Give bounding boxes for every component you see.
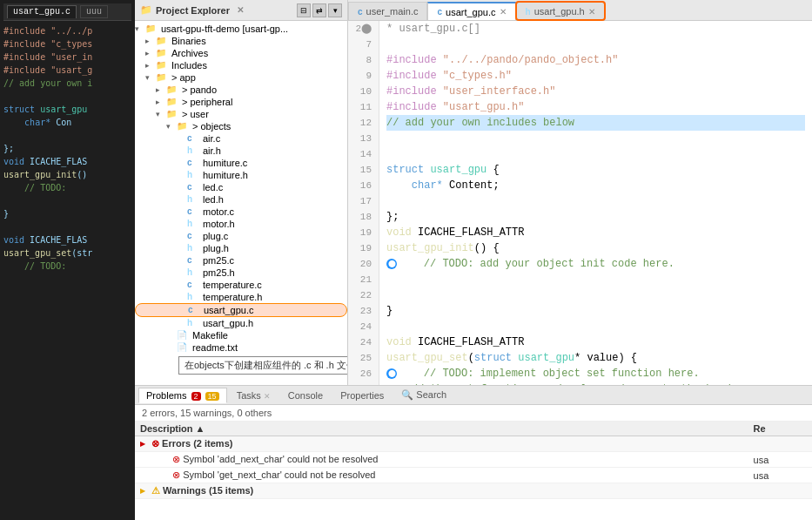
tree-label-air-c: air.c — [203, 133, 220, 144]
warnings-group-row[interactable]: ▸ ⚠ Warnings (15 items) — [135, 483, 812, 499]
folder-icon-objects: 📁 — [177, 121, 191, 132]
tree-label-binaries: Binaries — [171, 36, 206, 46]
error-row-1[interactable]: ⊗ Symbol 'get_next_char' could not be re… — [135, 468, 812, 483]
tree-label-temperature-c: temperature.c — [203, 280, 262, 290]
tree-item-readme[interactable]: 📄readme.txt — [135, 341, 347, 354]
code-line-3: #include "c_types.h" — [386, 68, 805, 84]
editor-tab-bar: c user_main.c c usart_gpu.c ✕ h usart_gp… — [348, 0, 812, 21]
tree-label-motor-h: motor.h — [203, 219, 235, 229]
tree-item-user[interactable]: ▾📁> user — [135, 108, 347, 120]
code-line-9: struct usart_gpu { — [386, 162, 805, 178]
tree-item-motor-c[interactable]: cmotor.c — [135, 206, 347, 218]
code-line-6: // add your own includes below — [386, 115, 805, 131]
collapse-button[interactable]: ⊟ — [297, 3, 311, 17]
tab-usart-gpu-c[interactable]: c usart_gpu.c ✕ — [427, 2, 515, 20]
tree-item-pm25-h[interactable]: hpm25.h — [135, 267, 347, 279]
tree-item-pando[interactable]: ▸📁> pando — [135, 84, 347, 96]
tree-item-air-c[interactable]: cair.c — [135, 132, 347, 145]
tree-item-root[interactable]: ▾📁usart-gpu-tft-demo [usart-gp... — [135, 23, 347, 35]
code-line-10: char* Content; — [386, 178, 805, 193]
pe-close-icon[interactable]: ✕ — [237, 5, 244, 15]
editor-content[interactable]: 2⬤78910111213141516171819192021222324242… — [348, 21, 812, 385]
tree-item-usart-gpu-c[interactable]: cusart_gpu.c — [135, 303, 347, 317]
tree-arrow-archives[interactable]: ▸ — [145, 49, 156, 57]
tab-problems[interactable]: Problems 2 15 — [138, 388, 227, 403]
tree-item-motor-h[interactable]: hmotor.h — [135, 218, 347, 230]
code-line-12: }; — [386, 209, 805, 225]
left-tab-active[interactable]: usart_gpu.c — [7, 5, 77, 18]
tab-usart-gpu-c-close[interactable]: ✕ — [500, 7, 507, 17]
bottom-panel: Problems 2 15 Tasks ✕ Console Properties… — [135, 385, 812, 520]
problems-warn-count: 15 — [205, 392, 219, 401]
tree-item-led-h[interactable]: hled.h — [135, 193, 347, 206]
code-line-14: usart_gpu_init() { — [386, 240, 805, 256]
problems-error-count: 2 — [191, 392, 201, 401]
folder-icon-archives: 📁 — [156, 48, 170, 58]
tree-arrow-user[interactable]: ▾ — [156, 110, 166, 118]
tree-arrow-binaries[interactable]: ▸ — [145, 37, 156, 45]
tab-user-main[interactable]: c user_main.c — [348, 2, 427, 20]
line-num-2: 8 — [355, 52, 372, 68]
tab-search[interactable]: 🔍 Search — [393, 387, 454, 403]
tree-item-peripheral[interactable]: ▸📁> peripheral — [135, 96, 347, 108]
project-explorer: 📁 Project Explorer ✕ ⊟ ⇄ ▾ ▾📁usart-gpu-t… — [135, 0, 348, 385]
tree-item-humiture-h[interactable]: hhumiture.h — [135, 169, 347, 181]
tree-item-air-h[interactable]: hair.h — [135, 145, 347, 157]
sync-button[interactable]: ⇄ — [312, 3, 326, 17]
tab-properties[interactable]: Properties — [332, 388, 392, 403]
pe-toolbar: ⊟ ⇄ ▾ — [297, 3, 342, 17]
tab-console[interactable]: Console — [280, 388, 331, 403]
left-tab-inactive[interactable]: uuu — [80, 5, 108, 18]
col-description: Description ▲ — [135, 422, 748, 436]
line-num-4: 10 — [355, 84, 372, 99]
tree-item-temperature-c[interactable]: ctemperature.c — [135, 279, 347, 291]
tree-item-makefile[interactable]: 📄Makefile — [135, 329, 347, 341]
line-num-14: 19 — [355, 240, 372, 256]
tree-item-temperature-h[interactable]: htemperature.h — [135, 291, 347, 303]
tree-arrow-root[interactable]: ▾ — [135, 24, 145, 33]
tree-label-user: > user — [182, 109, 209, 119]
tree-item-humiture-c[interactable]: chumiture.c — [135, 157, 347, 169]
tree-item-archives[interactable]: ▸📁Archives — [135, 47, 347, 59]
tree-item-led-c[interactable]: cled.c — [135, 181, 347, 193]
tab-usart-gpu-h-close[interactable]: ✕ — [588, 7, 595, 17]
error-description-1: ⊗ Symbol 'get_next_char' could not be re… — [135, 468, 748, 483]
tree-item-includes[interactable]: ▸📁Includes — [135, 59, 347, 71]
error-icon-1: ⊗ — [172, 469, 180, 480]
code-line-0: * usart_gpu.c[] — [386, 21, 805, 37]
code-line-11 — [386, 193, 805, 209]
tab-tasks[interactable]: Tasks ✕ — [229, 388, 278, 403]
tree-label-led-h: led.h — [203, 194, 224, 205]
file-h-icon-humiture-h: h — [187, 170, 201, 180]
tree-arrow-pando[interactable]: ▸ — [156, 85, 166, 94]
pe-header: 📁 Project Explorer ✕ ⊟ ⇄ ▾ — [135, 0, 347, 21]
tree-arrow-app[interactable]: ▾ — [145, 73, 156, 82]
tree-label-humiture-h: humiture.h — [203, 170, 248, 180]
tree-arrow-objects[interactable]: ▾ — [166, 122, 177, 131]
menu-button[interactable]: ▾ — [328, 3, 342, 17]
tree-arrow-includes[interactable]: ▸ — [145, 61, 156, 70]
line-num-21: 25 — [355, 350, 372, 366]
code-line-16 — [386, 272, 805, 287]
tree-item-objects[interactable]: ▾📁> objects — [135, 120, 347, 132]
main-area: 📁 Project Explorer ✕ ⊟ ⇄ ▾ ▾📁usart-gpu-t… — [135, 0, 812, 520]
tree-item-usart-gpu-h[interactable]: husart_gpu.h — [135, 317, 347, 329]
left-code-panel: usart_gpu.c uuu #include "../../p #inclu… — [0, 0, 135, 520]
tree-item-app[interactable]: ▾📁> app — [135, 71, 347, 84]
code-line-2: #include "../../pando/pando_object.h" — [386, 52, 805, 68]
errors-group-row[interactable]: ▸ ⊗ Errors (2 items) — [135, 436, 812, 452]
tree-item-plug-c[interactable]: cplug.c — [135, 230, 347, 242]
tree-label-includes: Includes — [171, 60, 207, 71]
file-c-icon-pm25-c: c — [187, 255, 201, 266]
tree-item-binaries[interactable]: ▸📁Binaries — [135, 35, 347, 47]
pe-tree: ▾📁usart-gpu-tft-demo [usart-gp...▸📁Binar… — [135, 21, 347, 385]
tree-item-plug-h[interactable]: hplug.h — [135, 242, 347, 254]
line-num-10: 16 — [355, 178, 372, 193]
tab-user-main-label: user_main.c — [366, 6, 419, 17]
error-row-0[interactable]: ⊗ Symbol 'add_next_char' could not be re… — [135, 452, 812, 468]
tree-item-pm25-c[interactable]: cpm25.c — [135, 254, 347, 267]
tab-usart-gpu-h[interactable]: h usart_gpu.h ✕ — [516, 2, 605, 20]
tree-arrow-peripheral[interactable]: ▸ — [156, 98, 166, 106]
tree-label-temperature-h: temperature.h — [203, 292, 262, 302]
error-text-0: Symbol 'add_next_char' could not be reso… — [183, 454, 378, 464]
